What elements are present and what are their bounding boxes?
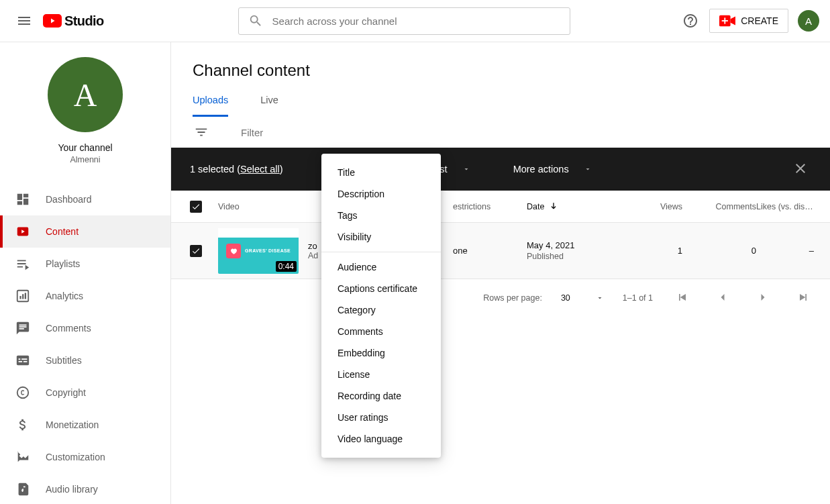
tab-live[interactable]: Live bbox=[260, 95, 278, 117]
logo-text: Studio bbox=[64, 13, 104, 29]
account-avatar[interactable]: A bbox=[798, 10, 819, 32]
sidebar-item-label: Customization bbox=[46, 452, 105, 462]
thumb-text: GRAVES' DISEASE bbox=[245, 248, 291, 253]
youtube-play-icon bbox=[43, 14, 62, 28]
svg-point-13 bbox=[17, 387, 29, 399]
arrow-down-icon bbox=[548, 201, 559, 212]
sidebar-item-comments[interactable]: Comments bbox=[0, 312, 170, 344]
studio-logo[interactable]: Studio bbox=[43, 13, 104, 29]
channel-name: Almenni bbox=[70, 155, 100, 164]
last-page-button[interactable] bbox=[792, 287, 814, 310]
td-views: 1 bbox=[621, 246, 682, 256]
menu-item-title[interactable]: Title bbox=[321, 162, 441, 183]
copyright-icon bbox=[15, 385, 31, 400]
tab-uploads[interactable]: Uploads bbox=[193, 95, 228, 117]
first-page-button[interactable] bbox=[672, 287, 693, 310]
create-video-icon bbox=[719, 15, 735, 27]
sidebar-item-dashboard[interactable]: Dashboard bbox=[0, 183, 170, 215]
svg-rect-12 bbox=[21, 358, 27, 360]
your-channel-label: Your channel bbox=[58, 142, 112, 153]
comments-icon bbox=[15, 321, 31, 336]
menu-item-user-ratings[interactable]: User ratings bbox=[321, 407, 441, 428]
channel-avatar[interactable]: A bbox=[48, 57, 123, 132]
rows-per-page-select[interactable]: 30 bbox=[561, 293, 604, 303]
sidebar-item-label: Content bbox=[46, 226, 79, 237]
sidebar-nav: Dashboard Content Playlists Analytics Co… bbox=[0, 183, 170, 504]
sidebar-item-label: Analytics bbox=[46, 291, 83, 301]
page-range: 1–1 of 1 bbox=[623, 293, 653, 303]
video-thumbnail[interactable]: GRAVES' DISEASE 0:44 bbox=[218, 228, 299, 274]
td-date: May 4, 2021 Published bbox=[527, 240, 621, 261]
subtitles-icon bbox=[15, 353, 31, 368]
th-restrictions: estrictions bbox=[453, 202, 527, 211]
create-button[interactable]: CREATE bbox=[709, 9, 788, 33]
sidebar-item-content[interactable]: Content bbox=[0, 215, 170, 248]
svg-rect-7 bbox=[25, 293, 26, 299]
svg-rect-8 bbox=[17, 356, 29, 366]
menu-item-recording-date[interactable]: Recording date bbox=[321, 385, 441, 407]
menu-item-category[interactable]: Category bbox=[321, 299, 441, 321]
sidebar-item-label: Dashboard bbox=[46, 194, 92, 205]
pagination: Rows per page: 30 1–1 of 1 bbox=[171, 279, 830, 317]
menu-item-visibility[interactable]: Visibility bbox=[321, 226, 441, 248]
search-input[interactable] bbox=[272, 15, 560, 27]
prev-page-button[interactable] bbox=[712, 287, 733, 310]
menu-icon bbox=[16, 13, 32, 29]
sidebar-item-monetization[interactable]: Monetization bbox=[0, 409, 170, 441]
channel-block: A Your channel Almenni bbox=[0, 57, 170, 177]
playlists-icon bbox=[15, 256, 31, 271]
svg-rect-10 bbox=[23, 361, 27, 362]
svg-rect-9 bbox=[19, 361, 22, 362]
th-date[interactable]: Date bbox=[527, 201, 621, 212]
select-all-checkbox[interactable] bbox=[190, 201, 202, 213]
video-title-cell: zo Ad bbox=[308, 241, 321, 260]
help-icon bbox=[682, 13, 698, 29]
selection-count: 1 selected (Select all) bbox=[190, 164, 283, 174]
menu-item-license[interactable]: License bbox=[321, 364, 441, 385]
sidebar-item-analytics[interactable]: Analytics bbox=[0, 280, 170, 312]
sidebar-item-customization[interactable]: Customization bbox=[0, 441, 170, 473]
th-views: Views bbox=[621, 202, 682, 211]
table-header: Video estrictions Date Views Comments Li… bbox=[171, 191, 830, 223]
top-bar: Studio CREATE A bbox=[0, 0, 830, 42]
chevron-down-icon bbox=[584, 165, 592, 173]
menu-item-tags[interactable]: Tags bbox=[321, 205, 441, 226]
selection-bar: 1 selected (Select all) ylist More actio… bbox=[171, 148, 830, 191]
heart-icon bbox=[226, 244, 241, 258]
menu-item-captions-certificate[interactable]: Captions certificate bbox=[321, 278, 441, 299]
filter-input[interactable] bbox=[241, 127, 368, 138]
sidebar-item-label: Copyright bbox=[46, 387, 86, 398]
chevron-down-icon bbox=[462, 165, 470, 173]
tabs: Uploads Live bbox=[193, 95, 830, 117]
menu-item-comments[interactable]: Comments bbox=[321, 321, 441, 342]
sidebar-item-label: Comments bbox=[46, 323, 91, 334]
more-actions-dropdown[interactable]: More actions bbox=[513, 164, 592, 174]
menu-item-embedding[interactable]: Embedding bbox=[321, 342, 441, 364]
menu-item-video-language[interactable]: Video language bbox=[321, 428, 441, 450]
search-box[interactable] bbox=[238, 7, 570, 35]
svg-rect-6 bbox=[22, 294, 23, 299]
sidebar-item-label: Audio library bbox=[46, 484, 98, 495]
row-checkbox[interactable] bbox=[190, 245, 202, 257]
table-row[interactable]: GRAVES' DISEASE 0:44 zo Ad one May 4, 20… bbox=[171, 223, 830, 279]
menu-item-description[interactable]: Description bbox=[321, 183, 441, 205]
next-page-button[interactable] bbox=[752, 287, 774, 310]
sidebar: A Your channel Almenni Dashboard Content… bbox=[0, 42, 171, 504]
sidebar-item-audio-library[interactable]: Audio library bbox=[0, 473, 170, 504]
hamburger-menu-button[interactable] bbox=[11, 7, 38, 34]
svg-rect-2 bbox=[722, 20, 728, 21]
menu-item-audience[interactable]: Audience bbox=[321, 256, 441, 278]
content-icon bbox=[15, 224, 31, 239]
edit-menu: Title Description Tags Visibility Audien… bbox=[321, 154, 441, 458]
sidebar-item-playlists[interactable]: Playlists bbox=[0, 248, 170, 280]
close-selection-button[interactable] bbox=[792, 160, 811, 179]
td-comments: 0 bbox=[682, 246, 756, 256]
help-button[interactable] bbox=[677, 7, 704, 34]
sidebar-item-copyright[interactable]: Copyright bbox=[0, 376, 170, 409]
video-duration: 0:44 bbox=[276, 261, 297, 272]
sidebar-item-subtitles[interactable]: Subtitles bbox=[0, 344, 170, 376]
filter-icon[interactable] bbox=[194, 125, 209, 140]
select-all-link[interactable]: Select all bbox=[240, 164, 280, 174]
video-table: Video estrictions Date Views Comments Li… bbox=[171, 191, 830, 279]
sidebar-item-label: Playlists bbox=[46, 258, 80, 269]
